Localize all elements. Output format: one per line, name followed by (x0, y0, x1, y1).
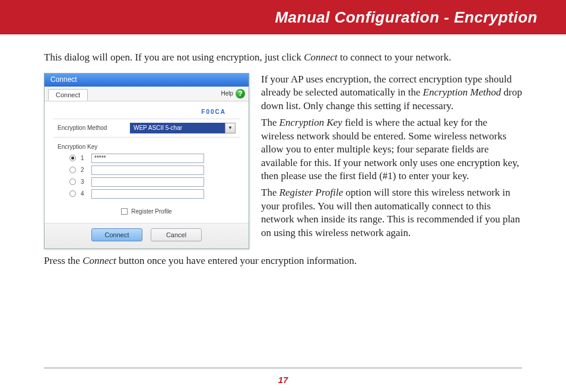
encryption-method-label: Encryption Method (58, 125, 123, 131)
encryption-key-label: Encryption Key (53, 138, 240, 152)
chevron-down-icon: ▼ (225, 123, 236, 133)
connect-dialog: Connect Connect Help ? F00CA Encryption … (44, 73, 249, 249)
page-title: Manual Configuration - Encryption (275, 8, 538, 27)
key-input-3[interactable] (91, 177, 204, 187)
intro-paragraph: This dialog will open. If you are not us… (44, 51, 522, 65)
help-label: Help (221, 90, 233, 97)
help-icon: ? (236, 89, 245, 98)
dialog-titlebar: Connect (44, 74, 249, 87)
key-row-1: 1 ***** (53, 152, 240, 164)
dialog-screenshot: Connect Connect Help ? F00CA Encryption … (44, 73, 249, 249)
intro-connect-word: Connect (304, 52, 338, 63)
dialog-tab-row: Connect Help ? (44, 87, 249, 101)
footer-divider (44, 368, 522, 368)
tab-connect[interactable]: Connect (48, 89, 88, 101)
key-row-2: 2 (53, 164, 240, 176)
right-text-column: If your AP uses encryption, the correct … (261, 73, 522, 243)
intro-text-a: This dialog will open. If you are not us… (44, 52, 304, 63)
cancel-button[interactable]: Cancel (151, 228, 202, 241)
outro-paragraph: Press the Connect button once you have e… (44, 255, 522, 267)
dialog-button-row: Connect Cancel (44, 223, 249, 248)
para-encryption-key: The Encryption Key field is where the ac… (261, 116, 522, 183)
key-radio-4[interactable] (69, 190, 76, 197)
key-row-4: 4 (53, 188, 240, 200)
dialog-body: F00CA Encryption Method WEP ASCII 5-char… (44, 101, 249, 223)
key-input-1[interactable]: ***** (91, 154, 204, 163)
page-number: 17 (0, 375, 566, 385)
header-band: Manual Configuration - Encryption (0, 0, 566, 34)
key-radio-2[interactable] (69, 167, 76, 173)
encryption-method-select[interactable]: WEP ASCII 5-char ▼ (130, 123, 236, 133)
key-num-1: 1 (81, 155, 87, 161)
key-num-3: 3 (81, 179, 87, 185)
encryption-method-value: WEP ASCII 5-char (130, 123, 225, 133)
mid-row: Connect Connect Help ? F00CA Encryption … (44, 73, 522, 249)
intro-text-c: to connect to your network. (338, 52, 451, 63)
content-area: This dialog will open. If you are not us… (0, 34, 566, 267)
connect-button[interactable]: Connect (91, 228, 142, 241)
encryption-method-row: Encryption Method WEP ASCII 5-char ▼ (53, 119, 240, 138)
key-row-3: 3 (53, 176, 240, 188)
register-profile-row: Register Profile (53, 200, 240, 221)
para-register-profile: The Register Profile option will store t… (261, 186, 522, 240)
key-radio-3[interactable] (69, 179, 76, 185)
help-area[interactable]: Help ? (221, 89, 245, 101)
key-num-2: 2 (81, 167, 87, 173)
key-num-4: 4 (81, 190, 87, 197)
key-input-2[interactable] (91, 165, 204, 175)
key-radio-1[interactable] (69, 155, 76, 161)
key-input-4[interactable] (91, 189, 204, 199)
register-profile-label: Register Profile (131, 208, 171, 215)
para-encryption-method: If your AP uses encryption, the correct … (261, 73, 522, 113)
register-profile-checkbox[interactable] (121, 208, 128, 215)
network-name: F00CA (53, 107, 240, 119)
